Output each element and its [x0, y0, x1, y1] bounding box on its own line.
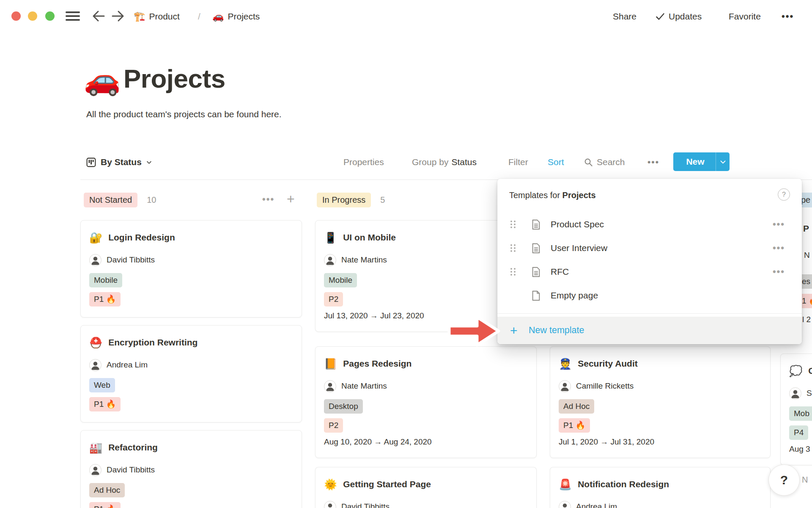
- popup-divider: [497, 313, 802, 314]
- column-header-in-progress[interactable]: In Progress 5: [317, 193, 385, 207]
- template-more-button[interactable]: •••: [773, 266, 785, 277]
- priority-tag: P4: [789, 425, 808, 440]
- avatar: [559, 380, 571, 392]
- card-title: Security Audit: [578, 359, 638, 369]
- help-button[interactable]: ?: [768, 464, 800, 496]
- person-property: Nate Martins: [324, 379, 528, 393]
- priority-tag: P1 🔥: [89, 292, 121, 306]
- window-zoom-button[interactable]: [45, 11, 55, 21]
- sort-button[interactable]: Sort: [548, 155, 564, 169]
- platform-tag: Ad Hoc: [89, 483, 125, 497]
- chevron-down-icon: [719, 158, 727, 166]
- person-property: S: [789, 387, 812, 400]
- back-arrow-icon[interactable]: [91, 9, 106, 23]
- topbar-more-button[interactable]: •••: [782, 10, 794, 23]
- card-notification-redesign[interactable]: 🚨 Notification Redesign Andrea Lim: [550, 467, 771, 508]
- new-dropdown-button[interactable]: [716, 158, 730, 166]
- updates-button[interactable]: Updates: [655, 10, 702, 23]
- priority-tag: P1 🔥: [89, 397, 121, 411]
- card-title-fragment: P: [803, 224, 809, 234]
- locked-with-key-icon: 🔐: [89, 232, 102, 243]
- template-item-empty-page[interactable]: Empty page: [497, 284, 802, 307]
- share-button[interactable]: Share: [613, 10, 636, 23]
- search-button[interactable]: Search: [584, 155, 625, 169]
- card-login-redesign[interactable]: 🔐 Login Redesign David Tibbitts Mobile P…: [80, 220, 302, 318]
- new-button[interactable]: New: [673, 152, 730, 171]
- properties-button[interactable]: Properties: [343, 155, 384, 169]
- person-name: David Tibbitts: [341, 502, 390, 508]
- person-property: Camille Ricketts: [559, 379, 762, 393]
- avatar: [324, 380, 336, 392]
- column-more-button[interactable]: •••: [262, 194, 274, 205]
- breadcrumb-product[interactable]: 🏗️ Product: [134, 10, 180, 23]
- platform-tag: Ad Hoc: [559, 399, 594, 414]
- date-range: Aug 10, 2020 → Aug 24, 2020: [324, 437, 528, 447]
- templates-popup: Templates for Projects ? Product Spec ••…: [497, 179, 802, 344]
- card-getting-started-page[interactable]: 🌞 Getting Started Page David Tibbitts: [315, 467, 537, 508]
- card-title: Notification Redesign: [578, 479, 669, 489]
- breadcrumb-label: Product: [149, 11, 179, 22]
- new-template-label: New template: [529, 325, 584, 336]
- template-item-rfc[interactable]: RFC •••: [497, 260, 802, 284]
- card-security-audit[interactable]: 👮 Security Audit Camille Ricketts Ad Hoc…: [550, 346, 771, 458]
- date-fragment: l 2: [802, 315, 811, 324]
- template-label: RFC: [551, 267, 569, 277]
- avatar: [89, 359, 102, 371]
- avatar: [324, 501, 336, 508]
- card-title: Login Redesign: [108, 232, 175, 243]
- column-add-button[interactable]: +: [287, 191, 295, 207]
- platform-tag: Desktop: [324, 399, 363, 414]
- card-encryption-rewriting[interactable]: ⛑️ Encryption Rewriting Andrea Lim Web P…: [80, 325, 302, 422]
- breadcrumb-projects[interactable]: 🚗 Projects: [212, 10, 260, 23]
- mobile-phone-icon: 📱: [324, 232, 337, 243]
- card-partial-right[interactable]: 💭 C S Mob P4 Aug 3: [780, 353, 812, 465]
- view-name: By Status: [101, 157, 142, 167]
- red-arrow-annotation: [447, 313, 502, 349]
- page-icon[interactable]: 🚗: [84, 63, 121, 97]
- priority-tag: P2: [324, 418, 343, 433]
- card-pages-redesign[interactable]: 📙 Pages Redesign Nate Martins Desktop P2…: [315, 346, 537, 458]
- template-item-user-interview[interactable]: User Interview •••: [497, 236, 802, 260]
- column-count: 5: [380, 195, 385, 205]
- board-view-icon: [86, 157, 96, 168]
- status-pill-in-progress: In Progress: [317, 193, 371, 207]
- page-title: Projects: [123, 64, 225, 94]
- drag-handle-icon[interactable]: [510, 244, 517, 252]
- person-property: Andrea Lim: [559, 500, 762, 508]
- document-icon: [530, 219, 542, 230]
- card-title: Pages Redesign: [343, 359, 411, 369]
- template-more-button[interactable]: •••: [773, 243, 785, 254]
- drag-handle-icon[interactable]: [510, 221, 517, 228]
- search-icon: [584, 157, 593, 167]
- document-icon: [530, 266, 542, 278]
- template-label: User Interview: [551, 243, 607, 253]
- add-card-fragment[interactable]: N: [802, 475, 808, 485]
- favorite-button[interactable]: Favorite: [729, 10, 761, 23]
- column-count: 10: [147, 195, 156, 205]
- popup-title: Templates for Projects: [509, 190, 596, 200]
- template-item-product-spec[interactable]: Product Spec •••: [497, 213, 802, 236]
- police-officer-icon: 👮: [559, 359, 572, 369]
- template-more-button[interactable]: •••: [773, 219, 785, 230]
- filter-button[interactable]: Filter: [508, 155, 528, 169]
- drag-handle-icon[interactable]: [510, 268, 517, 276]
- page-description: All the product team's projects can be f…: [86, 109, 282, 119]
- group-by-button[interactable]: Group by Status: [412, 155, 477, 169]
- toolbar-more-button[interactable]: •••: [647, 155, 659, 169]
- sun-with-face-icon: 🌞: [324, 479, 337, 490]
- help-circle-icon[interactable]: ?: [778, 188, 790, 201]
- view-selector[interactable]: By Status: [86, 155, 152, 169]
- card-title: Getting Started Page: [343, 479, 431, 489]
- sidebar-menu-icon[interactable]: [66, 11, 80, 21]
- column-header-not-started[interactable]: Not Started 10: [84, 193, 156, 207]
- window-close-button[interactable]: [11, 11, 21, 21]
- window-minimize-button[interactable]: [28, 11, 37, 21]
- priority-tag: P1 🔥: [89, 502, 121, 508]
- card-refactoring[interactable]: 🏭 Refactoring David Tibbitts Ad Hoc P1 🔥: [80, 430, 302, 508]
- factory-icon: 🏭: [89, 442, 102, 453]
- person-name: S: [807, 389, 812, 398]
- forward-arrow-icon[interactable]: [111, 9, 125, 23]
- new-button-label: New: [673, 157, 716, 167]
- check-icon: [655, 11, 665, 22]
- new-template-button[interactable]: + New template: [497, 317, 802, 344]
